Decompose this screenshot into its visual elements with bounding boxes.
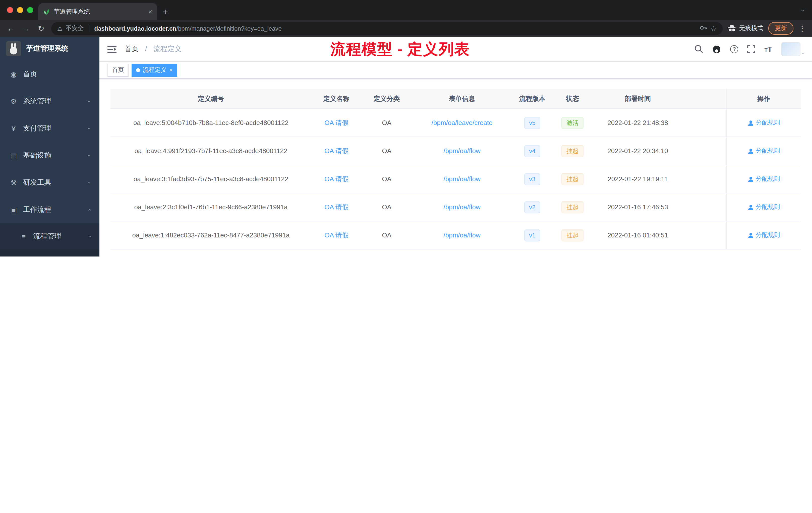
version-badge: v5	[524, 117, 540, 129]
form-link[interactable]: /bpm/oa/flow	[443, 232, 480, 239]
sidebar-item-devtools[interactable]: ⚒研发工具›	[0, 169, 99, 196]
sidebar-item-system[interactable]: ⚙系统管理›	[0, 88, 99, 115]
sidebar-item-process-manage[interactable]: ≡流程管理›	[0, 223, 99, 249]
definition-id: oa_leave:3:1fad3d93-7b75-11ec-a3c8-acde4…	[111, 175, 311, 183]
zoom-window-button[interactable]	[27, 7, 33, 13]
person-icon	[748, 176, 754, 182]
sidebar: 芋道管理系统 ◉首页⚙系统管理›¥支付管理›▤基础设施›⚒研发工具›▣工作流程›…	[0, 37, 99, 256]
assign-rule-link[interactable]: 分配规则	[748, 203, 780, 211]
browser-tab[interactable]: 芋道管理系统 ×	[38, 3, 157, 20]
column-header: 定义编号	[111, 94, 311, 103]
sidebar-collapse-button[interactable]	[108, 45, 116, 53]
font-size-icon[interactable]: TT	[764, 44, 772, 54]
chevron-up-icon: ›	[86, 209, 93, 211]
definition-name-link[interactable]: OA 请假	[324, 175, 348, 182]
update-button[interactable]: 更新	[768, 22, 793, 35]
sidebar-item-home[interactable]: ◉首页	[0, 61, 99, 88]
sidebar-item-process-form[interactable]: ▥流程表单	[0, 249, 99, 256]
search-icon[interactable]	[695, 45, 703, 53]
back-button[interactable]: ←	[6, 24, 16, 33]
tag-home[interactable]: 首页	[108, 63, 128, 77]
user-avatar-wrap[interactable]: ›	[781, 42, 804, 56]
table-row: oa_leave:5:004b710b-7b8a-11ec-8ef0-acde4…	[111, 109, 801, 137]
page-content: 定义编号定义名称定义分类表单信息流程版本状态部署时间操作 oa_leave:5:…	[99, 79, 812, 256]
breadcrumb-separator: /	[145, 44, 147, 53]
password-key-icon[interactable]	[700, 24, 707, 33]
version-badge: v4	[524, 145, 540, 157]
github-icon[interactable]	[712, 44, 721, 54]
navbar-icons: ? TT ›	[695, 42, 804, 56]
definition-name-link[interactable]: OA 请假	[324, 119, 348, 126]
tab-close-icon[interactable]: ×	[148, 8, 152, 15]
sidebar-menu: ◉首页⚙系统管理›¥支付管理›▤基础设施›⚒研发工具›▣工作流程›≡流程管理›▥…	[0, 61, 99, 256]
breadcrumb-home[interactable]: 首页	[124, 44, 139, 53]
definition-name-link[interactable]: OA 请假	[324, 231, 348, 239]
page-annotation-title: 流程模型 - 定义列表	[330, 39, 470, 60]
sidebar-logo[interactable]: 芋道管理系统	[0, 37, 99, 61]
definition-category: OA	[361, 175, 412, 183]
list-icon: ≡	[19, 233, 28, 240]
form-link[interactable]: /bpm/oa/flow	[443, 203, 480, 211]
sidebar-item-label: 工作流程	[23, 205, 51, 214]
sidebar-item-payment[interactable]: ¥支付管理›	[0, 115, 99, 142]
sidebar-item-infrastructure[interactable]: ▤基础设施›	[0, 142, 99, 169]
person-icon	[748, 232, 754, 238]
definition-name-link[interactable]: OA 请假	[324, 203, 348, 211]
user-avatar[interactable]	[781, 42, 800, 56]
tab-title: 芋道管理系统	[54, 7, 144, 16]
assign-rule-link[interactable]: 分配规则	[748, 175, 780, 183]
avatar-caret-icon: ›	[801, 53, 806, 54]
column-header: 表单信息	[412, 94, 512, 103]
reload-button[interactable]: ↻	[36, 24, 46, 33]
definition-id: oa_leave:2:3c1f0ef1-76b1-11ec-9c66-a2380…	[111, 203, 311, 211]
new-tab-button[interactable]: +	[163, 7, 168, 17]
definition-category: OA	[361, 119, 412, 126]
navbar: 首页 / 流程定义 流程模型 - 定义列表 ? TT	[99, 37, 812, 62]
breadcrumb: 首页 / 流程定义	[124, 44, 181, 54]
definition-id: oa_leave:4:991f2193-7b7f-11ec-a3c8-acde4…	[111, 147, 311, 155]
chevron-down-icon: ›	[86, 100, 93, 102]
sidebar-item-label: 首页	[23, 70, 37, 79]
fullscreen-icon[interactable]	[748, 45, 755, 53]
column-header: 流程版本	[512, 94, 552, 103]
security-warning-icon: ⚠	[57, 25, 63, 32]
bookmark-star-icon[interactable]: ☆	[710, 24, 717, 32]
definition-table: 定义编号定义名称定义分类表单信息流程版本状态部署时间操作 oa_leave:5:…	[111, 89, 801, 249]
help-icon[interactable]: ?	[730, 45, 738, 53]
tag-close-icon[interactable]: ×	[169, 67, 173, 73]
chevron-down-icon: ›	[86, 127, 93, 129]
forward-button[interactable]: →	[21, 24, 31, 33]
sidebar-item-label: 基础设施	[23, 151, 51, 160]
table-row: oa_leave:3:1fad3d93-7b75-11ec-a3c8-acde4…	[111, 165, 801, 193]
window-controls	[7, 7, 33, 13]
tab-search-chevron-icon[interactable]: ›	[800, 9, 807, 11]
person-icon	[748, 148, 754, 154]
status-badge: 激活	[561, 117, 583, 129]
sidebar-item-label: 支付管理	[23, 124, 51, 133]
assign-rule-link[interactable]: 分配规则	[748, 118, 780, 127]
deploy-time: 2022-01-22 20:34:10	[592, 147, 683, 155]
tag-active[interactable]: 流程定义 ×	[132, 63, 177, 77]
logo-rabbit-avatar	[6, 41, 21, 56]
assign-rule-link[interactable]: 分配规则	[748, 147, 780, 155]
active-tag-dot	[136, 68, 140, 72]
table-row: oa_leave:4:991f2193-7b7f-11ec-a3c8-acde4…	[111, 137, 801, 165]
table-row: oa_leave:2:3c1f0ef1-76b1-11ec-9c66-a2380…	[111, 193, 801, 221]
definition-name-link[interactable]: OA 请假	[324, 147, 348, 154]
form-link[interactable]: /bpm/oa/flow	[443, 175, 480, 183]
column-header: 状态	[552, 94, 592, 103]
sidebar-item-workflow[interactable]: ▣工作流程›	[0, 196, 99, 223]
incognito-badge: 无痕模式	[728, 24, 763, 33]
url-path: /bpm/manager/definition?key=oa_leave	[176, 25, 282, 32]
url-text: dashboard.yudao.iocoder.cn/bpm/manager/d…	[94, 25, 697, 32]
browser-menu-icon[interactable]: ⋮	[799, 24, 806, 33]
minimize-window-button[interactable]	[17, 7, 23, 13]
browser-tabstrip: 芋道管理系统 × + ›	[0, 0, 812, 20]
form-link[interactable]: /bpm/oa/flow	[443, 147, 480, 155]
url-bar[interactable]: ⚠ 不安全 dashboard.yudao.iocoder.cn/bpm/man…	[51, 22, 723, 35]
close-window-button[interactable]	[7, 7, 13, 13]
sidebar-item-label: 研发工具	[23, 178, 51, 187]
assign-rule-link[interactable]: 分配规则	[748, 231, 780, 239]
form-link[interactable]: /bpm/oa/leave/create	[432, 119, 493, 126]
app-root: 芋道管理系统 ◉首页⚙系统管理›¥支付管理›▤基础设施›⚒研发工具›▣工作流程›…	[0, 37, 812, 256]
